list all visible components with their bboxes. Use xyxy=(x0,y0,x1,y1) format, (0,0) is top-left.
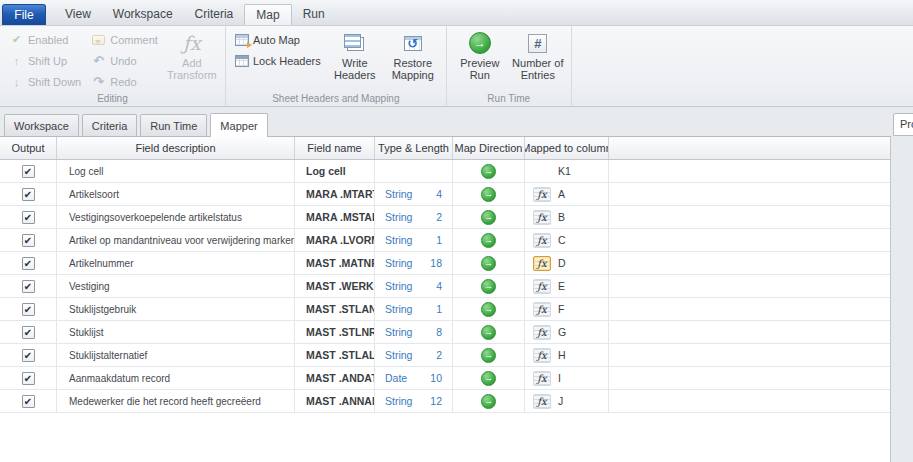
field-description: Log cell xyxy=(69,166,103,177)
table-row[interactable]: ✔Aanmaakdatum recordMAST .ANDATDate10→ƒx… xyxy=(0,367,890,390)
table-row[interactable]: ✔ArtikelsoortMARA .MTARTString4→ƒxA xyxy=(0,183,890,206)
add-transform-label: Add Transform xyxy=(163,57,221,81)
map-direction-cell: → xyxy=(453,344,525,366)
output-checkbox[interactable]: ✔ xyxy=(22,303,35,316)
map-direction-icon[interactable]: → xyxy=(481,325,496,340)
type-length-cell: String2 xyxy=(375,206,453,228)
type-value: String xyxy=(385,211,412,223)
output-cell: ✔ xyxy=(0,160,57,182)
map-direction-icon[interactable]: → xyxy=(481,371,496,386)
fx-icon[interactable]: ƒx xyxy=(533,279,551,294)
column-header-map-direction[interactable]: Map Direction xyxy=(453,137,525,159)
map-direction-icon[interactable]: → xyxy=(481,210,496,225)
comment-button[interactable]: Comment xyxy=(86,29,163,50)
file-menu-button[interactable]: File xyxy=(2,4,46,25)
table-row[interactable]: ✔ArtikelnummerMAST .MATNRString18→ƒxD xyxy=(0,252,890,275)
fx-icon[interactable]: ƒx xyxy=(533,394,551,409)
fx-icon[interactable]: ƒx xyxy=(533,302,551,317)
output-checkbox[interactable]: ✔ xyxy=(22,372,35,385)
check-icon: ✔ xyxy=(9,33,24,47)
enabled-button[interactable]: ✔Enabled xyxy=(4,29,86,50)
type-value: String xyxy=(385,257,412,269)
map-direction-icon[interactable]: → xyxy=(481,233,496,248)
output-checkbox[interactable]: ✔ xyxy=(22,280,35,293)
table-row[interactable]: ✔Vestigingsoverkoepelende artikelstatusM… xyxy=(0,206,890,229)
table-row[interactable]: ✔Artikel op mandantniveau voor verwijder… xyxy=(0,229,890,252)
auto-map-label: Auto Map xyxy=(253,34,300,46)
map-direction-icon[interactable]: → xyxy=(481,279,496,294)
tab-mapper[interactable]: Mapper xyxy=(210,113,267,137)
map-direction-cell: → xyxy=(453,183,525,205)
tab-workspace[interactable]: Workspace xyxy=(4,114,79,136)
output-checkbox[interactable]: ✔ xyxy=(22,188,35,201)
column-header-type-length[interactable]: Type & Length xyxy=(375,137,453,159)
fx-icon[interactable]: ƒx xyxy=(533,187,551,202)
output-checkbox[interactable]: ✔ xyxy=(22,211,35,224)
table-row[interactable]: ✔StuklijstgebruikMAST .STLANString1→ƒxF xyxy=(0,298,890,321)
redo-button[interactable]: ↷Redo xyxy=(86,71,163,92)
editing-large-buttons: ƒxAdd Transform xyxy=(163,28,221,92)
output-checkbox[interactable]: ✔ xyxy=(22,395,35,408)
field-description-cell: Log cell xyxy=(57,160,295,182)
map-direction-icon[interactable]: → xyxy=(481,394,496,409)
table-row[interactable]: ✔StuklijstalternatiefMAST .STLALString2→… xyxy=(0,344,890,367)
menu-tab-map[interactable]: Map xyxy=(244,4,291,25)
fx-icon[interactable]: ƒx xyxy=(533,233,551,248)
add-transform-icon: ƒx xyxy=(183,32,201,54)
tab-run-time[interactable]: Run Time xyxy=(140,114,207,136)
map-direction-cell: → xyxy=(453,229,525,251)
shift-down-button[interactable]: ↓Shift Down xyxy=(4,71,86,92)
column-header-mapped-to-column[interactable]: Mapped to column xyxy=(525,137,609,159)
shift-up-button[interactable]: ↑Shift Up xyxy=(4,50,86,71)
fx-icon[interactable]: ƒx xyxy=(533,371,551,386)
menu-tab-workspace[interactable]: Workspace xyxy=(102,4,184,25)
menu-tab-view[interactable]: View xyxy=(54,4,102,25)
table-row[interactable]: ✔StuklijstMAST .STLNRString8→ƒxG xyxy=(0,321,890,344)
tab-criteria[interactable]: Criteria xyxy=(82,114,137,136)
field-description: Stuklijst xyxy=(69,327,103,338)
output-checkbox[interactable]: ✔ xyxy=(22,257,35,270)
number-of-entries-button[interactable]: #Number of Entries xyxy=(509,28,567,92)
map-direction-icon[interactable]: → xyxy=(481,164,496,179)
output-cell: ✔ xyxy=(0,252,57,274)
restore-mapping-button[interactable]: ↺Restore Mapping xyxy=(384,28,442,92)
menu-tab-run[interactable]: Run xyxy=(292,4,336,25)
preview-run-label: Preview Run xyxy=(451,57,509,81)
menubar: File ViewWorkspaceCriteriaMapRun xyxy=(0,0,913,26)
fx-icon[interactable]: ƒx xyxy=(533,256,551,271)
map-direction-cell: → xyxy=(453,321,525,343)
fx-icon[interactable]: ƒx xyxy=(533,348,551,363)
type-length-cell: String1 xyxy=(375,229,453,251)
add-transform-button[interactable]: ƒxAdd Transform xyxy=(163,28,221,92)
workarea: WorkspaceCriteriaRun TimeMapper Output F… xyxy=(0,108,913,462)
output-checkbox[interactable]: ✔ xyxy=(22,349,35,362)
auto-map-button[interactable]: Auto Map xyxy=(230,29,326,50)
preview-run-button[interactable]: →Preview Run xyxy=(451,28,509,92)
table-row[interactable]: ✔Log cellLog cell→K1 xyxy=(0,160,890,183)
mapped-column-letter: H xyxy=(558,349,566,361)
output-checkbox[interactable]: ✔ xyxy=(22,165,35,178)
map-direction-icon[interactable]: → xyxy=(481,348,496,363)
column-header-field-name[interactable]: Field name xyxy=(295,137,375,159)
undo-button[interactable]: ↶Undo xyxy=(86,50,163,71)
output-checkbox[interactable]: ✔ xyxy=(22,234,35,247)
map-direction-icon[interactable]: → xyxy=(481,187,496,202)
table-row[interactable]: ✔VestigingMAST .WERKSString4→ƒxE xyxy=(0,275,890,298)
column-header-field-description[interactable]: Field description xyxy=(57,137,295,159)
field-description-cell: Stuklijstgebruik xyxy=(57,298,295,320)
table-row[interactable]: ✔Medewerker die het record heeft gecreëe… xyxy=(0,390,890,413)
map-direction-icon[interactable]: → xyxy=(481,302,496,317)
write-headers-button[interactable]: Write Headers xyxy=(326,28,384,92)
ribbon-group-label-sheet-headers: Sheet Headers and Mapping xyxy=(226,92,446,106)
field-name: MAST .ANNAM xyxy=(306,395,375,407)
type-value: String xyxy=(385,234,412,246)
menu-tab-criteria[interactable]: Criteria xyxy=(184,4,245,25)
fx-icon[interactable]: ƒx xyxy=(533,325,551,340)
editing-group-body: ✔Enabled↑Shift Up↓Shift Down Comment↶Und… xyxy=(0,26,225,92)
undo-icon: ↶ xyxy=(91,54,106,68)
column-header-output[interactable]: Output xyxy=(0,137,57,159)
fx-icon[interactable]: ƒx xyxy=(533,210,551,225)
lock-headers-button[interactable]: Lock Headers xyxy=(230,50,326,71)
output-checkbox[interactable]: ✔ xyxy=(22,326,35,339)
map-direction-icon[interactable]: → xyxy=(481,256,496,271)
